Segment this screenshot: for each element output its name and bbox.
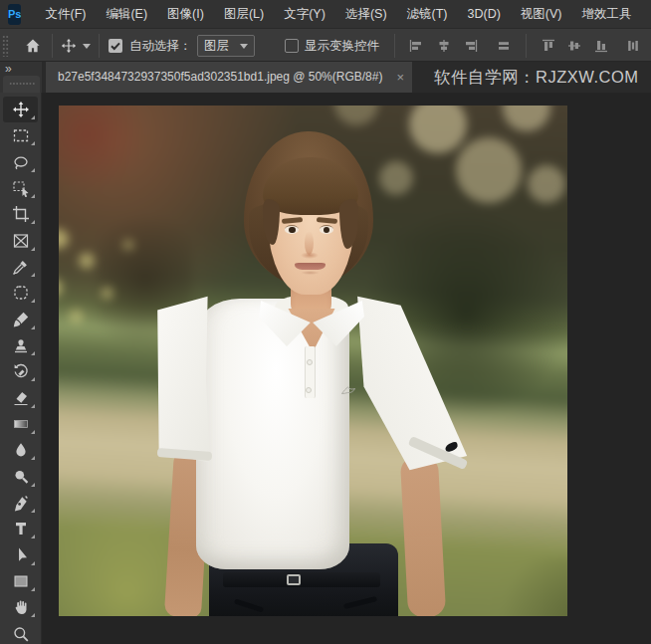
move-tool-icon[interactable] <box>61 38 77 54</box>
menu-filter[interactable]: 滤镜(T) <box>397 0 458 28</box>
tool-gradient[interactable] <box>3 411 38 437</box>
pupil <box>324 227 330 234</box>
boy-right-eye <box>320 225 333 234</box>
menu-3d[interactable]: 3D(D) <box>458 0 511 28</box>
auto-select-checkbox[interactable] <box>108 39 122 53</box>
document-tab-title: b27e5f3484732937350f5ad302351bd1.jpeg @ … <box>58 62 382 93</box>
menu-type[interactable]: 文字(Y) <box>274 0 335 28</box>
align-bottom-edges-icon[interactable] <box>593 38 609 54</box>
tool-eyedropper[interactable] <box>3 254 38 280</box>
auto-select-label: 自动选择： <box>129 29 192 63</box>
tool-hand[interactable] <box>3 594 38 620</box>
tool-rectangle[interactable] <box>3 568 38 594</box>
dropdown-chevron-icon <box>240 44 248 49</box>
tool-frame[interactable] <box>3 228 38 254</box>
boy-right-forearm <box>400 455 446 616</box>
shirt-button <box>306 387 312 393</box>
photoshop-window: Ps 文件(F) 编辑(E) 图像(I) 图层(L) 文字(Y) 选择(S) 滤… <box>0 0 651 644</box>
tool-rectangular-marquee[interactable] <box>3 122 38 148</box>
document-canvas-image[interactable] <box>59 106 567 616</box>
checkmark-icon <box>108 39 122 53</box>
align-vertical-centers-icon[interactable] <box>566 38 582 54</box>
boy-belt <box>223 572 380 587</box>
options-separator <box>99 34 100 58</box>
tab-close-icon[interactable]: × <box>396 62 404 93</box>
tool-zoom[interactable] <box>3 621 38 644</box>
document-tab[interactable]: b27e5f3484732937350f5ad302351bd1.jpeg @ … <box>46 62 412 93</box>
align-horizontal-centers-icon[interactable] <box>436 38 452 54</box>
options-separator <box>526 34 527 58</box>
menubar: Ps 文件(F) 编辑(E) 图像(I) 图层(L) 文字(Y) 选择(S) 滤… <box>0 0 651 28</box>
distribute-horizontally-icon[interactable] <box>496 38 512 54</box>
shirt-button <box>307 359 313 365</box>
chest-logo <box>340 385 356 396</box>
boy-shirt-torso <box>196 299 349 569</box>
tool-path-selection[interactable] <box>3 542 38 568</box>
tool-lasso[interactable] <box>3 149 38 175</box>
menu-plugins[interactable]: 增效工具 <box>572 0 642 28</box>
menu-file[interactable]: 文件(F) <box>35 0 96 28</box>
boy-left-eye <box>285 225 299 234</box>
options-separator <box>394 34 395 58</box>
nose-tip-shading <box>301 252 319 259</box>
belt-buckle <box>287 574 301 585</box>
menu-image[interactable]: 图像(I) <box>157 0 214 28</box>
document-tab-bar: » b27e5f3484732937350f5ad302351bd1.jpeg … <box>0 62 651 93</box>
toolbar-grip[interactable] <box>3 76 40 93</box>
tool-clone-stamp[interactable] <box>3 332 38 358</box>
home-icon[interactable] <box>24 37 42 55</box>
distribute-vertically-icon[interactable] <box>625 38 641 54</box>
toolbar <box>0 93 42 644</box>
tool-move[interactable] <box>3 97 38 122</box>
boy-mouth <box>295 263 326 270</box>
move-options-chevron-icon[interactable] <box>83 44 91 49</box>
pupil <box>289 227 296 234</box>
tool-type[interactable] <box>3 516 38 541</box>
show-transform-label: 显示变换控件 <box>305 29 379 63</box>
menu-edit[interactable]: 编辑(E) <box>96 0 157 28</box>
tool-pen[interactable] <box>3 490 38 516</box>
boy-subject <box>59 106 567 616</box>
photoshop-logo[interactable]: Ps <box>8 4 21 25</box>
tool-brush[interactable] <box>3 307 38 332</box>
menu-view[interactable]: 视图(V) <box>511 0 572 28</box>
tool-options-bar: 自动选择： 图层 显示变换控件 <box>0 28 651 62</box>
auto-select-target-dropdown[interactable]: 图层 <box>197 35 255 57</box>
tool-blur[interactable] <box>3 437 38 463</box>
align-top-edges-icon[interactable] <box>541 38 556 54</box>
auto-select-target-value: 图层 <box>204 38 229 55</box>
tool-crop[interactable] <box>3 201 38 227</box>
toolbar-header: » <box>0 62 42 93</box>
expand-panel-button[interactable]: » <box>5 62 11 76</box>
options-bar-grip[interactable] <box>2 35 9 57</box>
tool-history-brush[interactable] <box>3 358 38 384</box>
show-transform-checkbox[interactable] <box>285 39 299 53</box>
align-right-edges-icon[interactable] <box>463 38 479 54</box>
lower-lip-shadow <box>301 271 320 275</box>
tool-spot-healing-brush[interactable] <box>3 280 38 306</box>
tool-dodge[interactable] <box>3 464 38 490</box>
menu-window[interactable]: 窗口(W) <box>642 0 651 28</box>
menu-select[interactable]: 选择(S) <box>335 0 397 28</box>
menu-layer[interactable]: 图层(L) <box>214 0 274 28</box>
tool-eraser[interactable] <box>3 385 38 411</box>
watermark-text: 软件自学网：RJZXW.COM <box>434 62 639 93</box>
options-separator <box>52 34 53 58</box>
align-left-edges-icon[interactable] <box>408 38 424 54</box>
tool-object-selection[interactable] <box>3 175 38 201</box>
